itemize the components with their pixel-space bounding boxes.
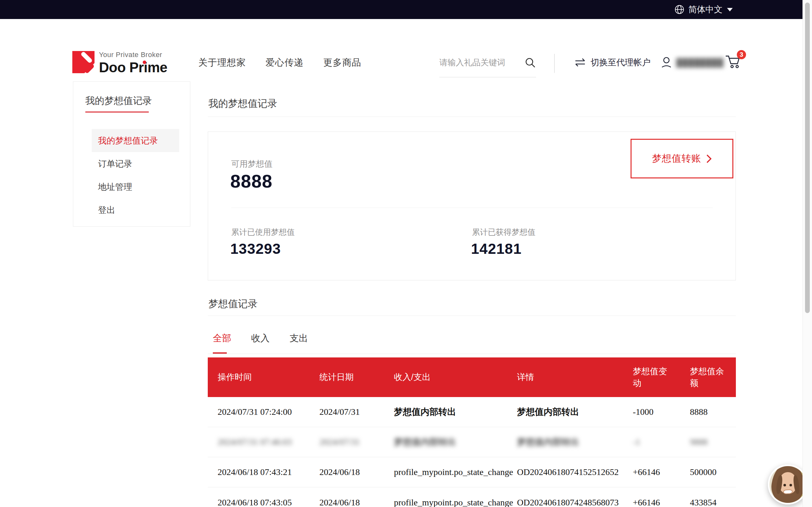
account-menu[interactable]: ████████ bbox=[660, 54, 724, 71]
scrollbar-thumb[interactable] bbox=[805, 3, 810, 313]
table-header-row: 操作时间 统计日期 收入/支出 详情 梦想值变动 梦想值余额 bbox=[208, 357, 736, 397]
records-tabs: 全部 收入 支出 bbox=[208, 326, 736, 354]
search-button[interactable] bbox=[525, 57, 536, 68]
records-section-title: 梦想值记录 bbox=[208, 297, 258, 311]
cell-type: 梦想值内部转出 bbox=[394, 436, 517, 448]
table-row: 2024/07/31 07:24:00 2024/07/31 梦想值内部转出 梦… bbox=[208, 397, 736, 427]
header: Your Private Broker Doo Prime 关于理想家 爱心传递… bbox=[0, 19, 812, 68]
nav-item-charity[interactable]: 爱心传递 bbox=[265, 54, 304, 71]
cell-balance: 8888 bbox=[690, 407, 736, 417]
tab-income[interactable]: 收入 bbox=[251, 326, 270, 354]
search-icon bbox=[525, 57, 536, 68]
tab-all[interactable]: 全部 bbox=[213, 326, 231, 354]
language-label: 简体中文 bbox=[688, 4, 722, 15]
sidebar-item-logout[interactable]: 登出 bbox=[73, 199, 190, 222]
sidebar-item-dream-records[interactable]: 我的梦想值记录 bbox=[92, 129, 179, 152]
cart-button[interactable]: 3 bbox=[724, 53, 744, 72]
logo-mark-icon bbox=[72, 51, 95, 73]
language-selector[interactable]: 简体中文 bbox=[674, 0, 733, 19]
page: 简体中文 Your Private Broker Doo Prime 关于理想家… bbox=[0, 0, 812, 507]
cell-time: 2024/06/18 07:43:05 bbox=[217, 498, 319, 507]
sidebar-item-order-records[interactable]: 订单记录 bbox=[73, 152, 190, 175]
brand-i-dot bbox=[143, 60, 146, 64]
records-table: 操作时间 统计日期 收入/支出 详情 梦想值变动 梦想值余额 2024/07/3… bbox=[208, 357, 736, 507]
main-nav: 关于理想家 爱心传递 更多商品 bbox=[198, 54, 361, 71]
username-redacted: ████████ bbox=[676, 58, 724, 67]
col-detail: 详情 bbox=[517, 372, 633, 383]
earned-points-value: 142181 bbox=[471, 240, 522, 257]
nav-item-more-products[interactable]: 更多商品 bbox=[323, 54, 361, 71]
cell-change: -1 bbox=[633, 437, 690, 447]
search-bar bbox=[439, 54, 536, 77]
col-points-change: 梦想值变动 bbox=[633, 366, 690, 389]
topbar: 简体中文 bbox=[0, 0, 812, 19]
logo[interactable]: Your Private Broker Doo Prime bbox=[72, 51, 206, 73]
chevron-right-icon bbox=[706, 153, 712, 164]
sidebar-title: 我的梦想值记录 bbox=[85, 95, 190, 107]
col-income-expense: 收入/支出 bbox=[394, 372, 517, 383]
globe-icon bbox=[674, 4, 684, 14]
cell-balance: 9888 bbox=[690, 437, 736, 447]
cell-change: +66146 bbox=[633, 467, 690, 477]
cell-time: 2024/06/18 07:43:21 bbox=[217, 467, 319, 477]
col-stat-date: 统计日期 bbox=[319, 372, 394, 383]
cell-date: 2024/07/31 bbox=[319, 437, 394, 447]
search-input[interactable] bbox=[439, 54, 519, 71]
cell-time: 2024/07/31 07:46:03 bbox=[217, 437, 319, 447]
cell-type: 梦想值内部转出 bbox=[394, 406, 517, 418]
cell-balance: 433854 bbox=[690, 498, 736, 507]
cell-type: profile_mypoint.po_state_change bbox=[394, 498, 517, 507]
col-operation-time: 操作时间 bbox=[217, 372, 319, 383]
cell-balance: 500000 bbox=[690, 467, 736, 477]
cell-date: 2024/07/31 bbox=[319, 407, 394, 417]
used-points-label: 累计已使用梦想值 bbox=[231, 227, 295, 237]
header-divider bbox=[554, 54, 555, 73]
available-points-value: 8888 bbox=[230, 170, 272, 192]
sidebar-menu: 我的梦想值记录 订单记录 地址管理 登出 bbox=[73, 129, 190, 222]
chevron-down-icon bbox=[727, 8, 733, 11]
summary-card: 可用梦想值 8888 梦想值转账 累计已使用梦想值 133293 累计已获得梦想… bbox=[208, 131, 736, 280]
transfer-points-button[interactable]: 梦想值转账 bbox=[630, 139, 733, 178]
switch-account-label: 切换至代理帐户 bbox=[591, 57, 651, 68]
support-avatar[interactable] bbox=[768, 464, 808, 504]
cart-count-badge: 3 bbox=[737, 50, 746, 59]
cell-date: 2024/06/18 bbox=[319, 467, 394, 477]
card-divider bbox=[231, 208, 713, 208]
logo-brand: Doo Prime bbox=[99, 60, 167, 75]
scrollbar[interactable] bbox=[803, 0, 812, 507]
table-row-redacted: 2024/07/31 07:46:03 2024/07/31 梦想值内部转出 梦… bbox=[208, 427, 736, 457]
used-points-value: 133293 bbox=[230, 240, 281, 257]
cell-detail: 梦想值内部转出 bbox=[517, 436, 633, 448]
cell-detail: OD20240618074152512652 bbox=[517, 467, 633, 477]
table-row: 2024/06/18 07:43:21 2024/06/18 profile_m… bbox=[208, 457, 736, 487]
cell-type: profile_mypoint.po_state_change bbox=[394, 467, 517, 477]
available-points-label: 可用梦想值 bbox=[231, 158, 272, 170]
cell-change: -1000 bbox=[633, 407, 690, 417]
records-divider bbox=[208, 316, 736, 316]
cell-time: 2024/07/31 07:24:00 bbox=[217, 407, 319, 417]
sidebar: 我的梦想值记录 我的梦想值记录 订单记录 地址管理 登出 bbox=[73, 81, 190, 227]
logo-tagline: Your Private Broker bbox=[99, 51, 167, 59]
sidebar-title-underline bbox=[85, 112, 149, 112]
cell-detail: OD20240618074248568073 bbox=[517, 498, 633, 507]
cell-change: +66146 bbox=[633, 498, 690, 507]
table-row: 2024/06/18 07:43:05 2024/06/18 profile_m… bbox=[208, 487, 736, 507]
nav-item-about[interactable]: 关于理想家 bbox=[198, 54, 246, 71]
user-icon bbox=[660, 56, 672, 69]
transfer-points-label: 梦想值转账 bbox=[652, 152, 701, 165]
title-divider bbox=[208, 117, 736, 117]
cell-date: 2024/06/18 bbox=[319, 498, 394, 507]
col-points-balance: 梦想值余额 bbox=[690, 366, 736, 389]
tab-expense[interactable]: 支出 bbox=[290, 326, 308, 354]
cell-detail: 梦想值内部转出 bbox=[517, 406, 633, 418]
earned-points-label: 累计已获得梦想值 bbox=[472, 227, 536, 237]
switch-account-button[interactable]: 切换至代理帐户 bbox=[574, 54, 651, 71]
swap-arrows-icon bbox=[574, 57, 586, 67]
sidebar-item-address-management[interactable]: 地址管理 bbox=[73, 175, 190, 199]
page-title: 我的梦想值记录 bbox=[208, 97, 277, 110]
